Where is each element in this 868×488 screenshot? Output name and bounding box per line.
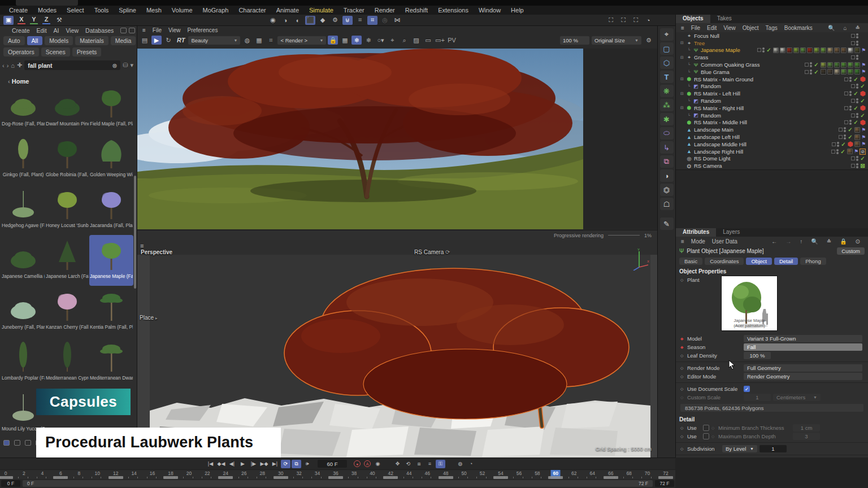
material-swatch[interactable] xyxy=(821,47,826,53)
document-tab[interactable] xyxy=(16,0,78,6)
material-swatch[interactable] xyxy=(807,47,813,53)
nav-up-icon[interactable]: ↑ xyxy=(797,238,805,245)
expander-icon[interactable]: ⊟ xyxy=(680,91,684,96)
prev-key-icon[interactable]: ◆◀ xyxy=(216,460,226,468)
expander-icon[interactable]: └ xyxy=(687,99,691,103)
object-tree-row[interactable]: ⊟⌖Tree xyxy=(676,40,868,47)
layer-box-icon[interactable] xyxy=(757,48,761,52)
om-menu-bookmarks[interactable]: Bookmarks xyxy=(782,25,815,31)
axis-z-button[interactable]: Z xyxy=(41,16,52,25)
cloner-icon[interactable]: ❋ xyxy=(660,85,674,97)
clapper-icon[interactable]: ▤ xyxy=(140,36,150,45)
plant-item[interactable]: Field Maple (Fall, Plant) xyxy=(89,82,133,133)
material-swatch[interactable] xyxy=(821,62,826,68)
tab-layers[interactable]: Layers xyxy=(716,228,747,237)
layer-box-icon[interactable] xyxy=(851,34,855,38)
gear-icon[interactable]: ⚙ xyxy=(644,36,654,45)
filter-icon[interactable]: ≛ xyxy=(853,25,863,31)
key-diamond-icon[interactable]: ◇ xyxy=(680,374,685,379)
object-tree-row[interactable]: ⊟⬢RS Matrix - Right Hill✓ xyxy=(676,104,868,112)
menu-tools[interactable]: Tools xyxy=(90,6,114,14)
expander-icon[interactable]: ⊟ xyxy=(680,77,684,81)
object-tree-row[interactable]: └◩Random✓ xyxy=(676,112,868,119)
rt-label[interactable]: RT xyxy=(175,37,186,43)
range-slider[interactable]: 0 F 72 F xyxy=(23,480,653,487)
plant-item[interactable]: Mediterranean Dwarf ... xyxy=(89,337,133,387)
asset-tab-presets[interactable]: Presets xyxy=(72,47,102,56)
visibility-dots-icon[interactable] xyxy=(856,156,858,161)
capsule-icon[interactable]: ◔ xyxy=(643,16,653,25)
subdivision-field[interactable]: 1 xyxy=(760,445,787,452)
tab-takes[interactable]: Takes xyxy=(710,15,739,23)
render-mode-dropdown[interactable]: Full Geometry xyxy=(744,364,862,372)
render-region-icon[interactable]: ◑ xyxy=(280,16,290,25)
key-diamond-icon[interactable]: ◇ xyxy=(680,387,685,391)
enable-check-icon[interactable]: ✓ xyxy=(860,112,866,119)
expander-icon[interactable]: ⊟ xyxy=(680,55,684,60)
subdivision-mode-dropdown[interactable]: By Level▼ xyxy=(722,445,757,452)
plant-item[interactable]: Kentia Palm (Fall, Plant) xyxy=(89,286,133,337)
om-menu-file[interactable]: File xyxy=(688,25,703,31)
search-icon[interactable]: 🔍 xyxy=(825,25,837,31)
object-tree-row[interactable]: ▲Landscape Main✓⚑ xyxy=(676,126,868,133)
ghost-icon[interactable]: ⧉ xyxy=(292,460,301,468)
play-icon[interactable]: ▶ xyxy=(238,460,248,468)
key-diamond-icon[interactable]: ◇ xyxy=(680,426,685,430)
picture-viewer-icon[interactable]: PV xyxy=(446,36,457,45)
plant-item[interactable]: Japanese Larch (Fall, Pl... xyxy=(45,235,89,286)
plant-thumbnail[interactable]: Japanese Maple (Acer palmatum) xyxy=(721,276,778,331)
model-mode-icon[interactable]: ▣ xyxy=(3,16,14,25)
lock-icon[interactable]: 🔒 xyxy=(837,238,849,245)
autokey-icon[interactable]: A xyxy=(364,460,371,467)
symmetry-icon[interactable]: ⧉ xyxy=(660,155,674,168)
rv-menu-preferences[interactable]: Preferences xyxy=(184,27,220,33)
expander-icon[interactable]: └ xyxy=(687,48,691,52)
crop-icon[interactable]: ⌗ xyxy=(266,36,276,45)
layout-save-icon[interactable]: ⛶ xyxy=(606,16,616,25)
plant-item[interactable]: Globe Robinia (Fall, Pl... xyxy=(45,133,89,184)
enable-check-icon[interactable]: ✓ xyxy=(813,62,819,68)
menu-simulate[interactable]: Simulate xyxy=(305,6,338,14)
material-swatch[interactable] xyxy=(821,69,826,75)
range-start-field[interactable]: 0 F xyxy=(1,480,20,487)
enable-check-icon[interactable]: ✓ xyxy=(853,76,859,82)
plant-item[interactable]: Lombardy Poplar (Fall... xyxy=(1,337,45,387)
plant-item[interactable]: Japanese Camellia (Fal... xyxy=(1,235,45,286)
axis-x-button[interactable]: X xyxy=(16,16,27,25)
asset-tab-operators[interactable]: Operators xyxy=(3,47,39,56)
expander-icon[interactable]: └ xyxy=(687,63,691,67)
visibility-dots-icon[interactable] xyxy=(856,41,858,46)
expander-icon[interactable]: ⊟ xyxy=(680,41,684,45)
asset-menu-create[interactable]: Create xyxy=(9,27,33,34)
redshift-tag-icon[interactable] xyxy=(860,76,866,82)
asset-tab-scenes[interactable]: Scenes xyxy=(41,47,70,56)
asset-tab-auto[interactable]: Auto xyxy=(3,36,25,45)
plant-item[interactable]: Hedgehog Agave (Fall... xyxy=(1,184,45,235)
material-swatch[interactable] xyxy=(854,62,860,68)
visibility-dots-icon[interactable] xyxy=(856,113,858,118)
grid-icon[interactable]: ⌗ xyxy=(355,16,365,25)
visibility-dots-icon[interactable] xyxy=(810,69,812,75)
enable-check-icon[interactable]: ⊠ xyxy=(860,163,866,169)
solo-icon[interactable]: ◍ xyxy=(455,460,465,468)
compare-icon[interactable]: ▨ xyxy=(411,36,421,45)
image-icon[interactable]: ▭ xyxy=(423,36,433,45)
use-max-branch-checkbox[interactable] xyxy=(703,433,709,439)
visibility-dots-icon[interactable] xyxy=(856,55,858,60)
asset-tab-media[interactable]: Media xyxy=(111,36,136,45)
object-tree-row[interactable]: ⊟⬢RS Matrix - Main Ground✓ xyxy=(676,76,868,83)
text-tool-icon[interactable]: T xyxy=(660,71,674,83)
axis-y-button[interactable]: Y xyxy=(28,16,40,25)
nav-forward-icon[interactable]: → xyxy=(783,238,794,245)
plant-item[interactable]: Jacaranda (Fall, Plant) xyxy=(89,184,133,235)
flag-tag-icon[interactable]: ⚑ xyxy=(861,69,866,75)
object-tree-row[interactable]: └◩Random✓ xyxy=(676,83,868,90)
layout-switch-icon[interactable]: ⛶ xyxy=(631,16,641,25)
grid-view-icon[interactable]: ▦ xyxy=(340,36,350,45)
image-add-icon[interactable]: ▭+ xyxy=(435,36,445,45)
edit-pen-icon[interactable]: ✎ xyxy=(660,217,674,230)
flag-tag-icon[interactable]: ⚑ xyxy=(861,62,866,68)
om-menu-object[interactable]: Object xyxy=(740,25,762,31)
expander-icon[interactable]: ⊟ xyxy=(680,106,684,110)
enable-check-icon[interactable]: ✓ xyxy=(847,127,853,133)
